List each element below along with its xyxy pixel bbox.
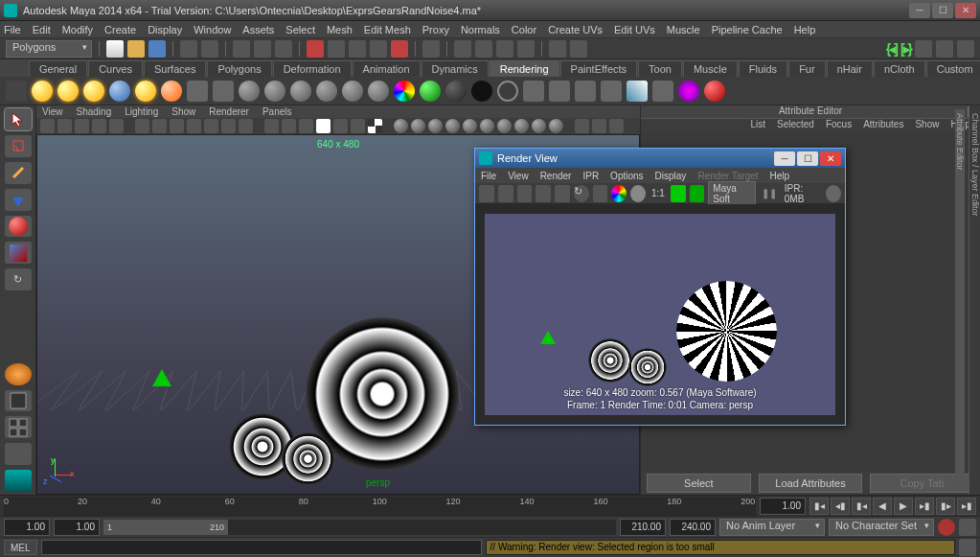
shelf-tab-fluids[interactable]: Fluids	[739, 60, 787, 77]
time-slider[interactable]: 020406080100120140160180200 ▮◂ ◂▮ ▮◂ ◀ ▶…	[0, 495, 980, 516]
vp-iso-select-icon[interactable]	[394, 119, 408, 133]
select-by-component-icon[interactable]	[275, 40, 292, 58]
menu-window[interactable]: Window	[194, 24, 231, 35]
vp-ssao-icon[interactable]	[411, 119, 425, 133]
command-input-field[interactable]	[41, 540, 482, 555]
shelf-tab-polygons[interactable]: Polygons	[207, 60, 271, 77]
render-diagnostics-icon[interactable]	[704, 81, 725, 102]
select-by-hierarchy-icon[interactable]	[233, 40, 250, 58]
menu-select[interactable]: Select	[285, 24, 315, 35]
ae-menu-attributes[interactable]: Attributes	[863, 119, 903, 132]
shelf-tab-rendering[interactable]: Rendering	[490, 60, 559, 77]
vp-hardware-tex-icon[interactable]	[351, 119, 365, 133]
vp-grease-pencil-icon[interactable]	[109, 119, 124, 133]
ae-menu-focus[interactable]: Focus	[826, 119, 852, 132]
four-pane-layout-icon[interactable]	[5, 390, 32, 412]
render-settings-icon[interactable]	[496, 40, 513, 58]
playback-start-field[interactable]	[54, 519, 100, 536]
light-spot-icon[interactable]	[135, 81, 156, 102]
vp-gate-mask-icon[interactable]	[187, 119, 201, 133]
shader-lambert-icon[interactable]	[239, 81, 260, 102]
vp-grid-icon[interactable]	[135, 119, 149, 133]
viewport-menu-lighting[interactable]: Lighting	[125, 106, 158, 117]
shelf-tab-animation[interactable]: Animation	[353, 60, 421, 77]
redo-icon[interactable]	[201, 40, 218, 58]
step-forward-key-button[interactable]: ▮▸	[936, 498, 955, 515]
range-slider-handle[interactable]: 1 210	[103, 520, 228, 535]
rv-refresh-icon[interactable]: ↻	[574, 185, 589, 202]
step-back-key-button[interactable]: ◂▮	[831, 498, 850, 515]
shelf-options-icon[interactable]	[6, 81, 27, 102]
scale-tool-icon[interactable]	[5, 242, 32, 264]
window-close-button[interactable]: ✕	[955, 3, 976, 18]
vp-smooth-shade-icon[interactable]	[282, 119, 296, 133]
new-scene-icon[interactable]	[106, 40, 124, 58]
playblast-icon[interactable]	[549, 40, 566, 58]
time-slider-ruler[interactable]: 020406080100120140160180200	[4, 497, 756, 516]
menu-display[interactable]: Display	[148, 24, 182, 35]
render-ipr-icon[interactable]	[549, 81, 570, 102]
vp-isolate-icon[interactable]	[575, 119, 589, 133]
render-view-minimize-button[interactable]: ─	[774, 151, 795, 166]
anim-layer-dropdown[interactable]: No Anim Layer	[719, 519, 825, 536]
render-view-titlebar[interactable]: Render View ─ ☐ ✕	[475, 149, 845, 168]
viewport-menu-panels[interactable]: Panels	[262, 106, 292, 117]
hypershade-icon[interactable]	[517, 40, 535, 58]
rv-snapshot-icon[interactable]	[517, 185, 533, 202]
snap-live-icon[interactable]	[391, 40, 408, 58]
save-scene-icon[interactable]	[148, 40, 166, 58]
step-back-frame-button[interactable]: ▮◂	[852, 498, 871, 515]
light-sun-icon[interactable]	[32, 81, 53, 102]
menu-pipeline-cache[interactable]: Pipeline Cache	[712, 24, 783, 35]
vp-multisample-icon[interactable]	[445, 119, 460, 133]
collapse-left-icon[interactable]: {◂]	[886, 41, 897, 57]
two-pane-side-layout-icon[interactable]	[5, 416, 32, 438]
vp-field-chart-icon[interactable]	[204, 119, 218, 133]
rv-pause-icon[interactable]: ❚❚	[760, 188, 779, 198]
shader-layered-icon[interactable]	[394, 81, 415, 102]
window-maximize-button[interactable]: ☐	[932, 3, 953, 18]
snap-grid-icon[interactable]	[307, 40, 324, 58]
ipr-render-icon[interactable]	[475, 40, 492, 58]
vp-xray-icon[interactable]	[368, 119, 382, 133]
range-end-field[interactable]	[670, 519, 716, 536]
shader-light-info-icon[interactable]	[497, 81, 518, 102]
render-view-close-button[interactable]: ✕	[820, 151, 841, 166]
shelf-tab-curves[interactable]: Curves	[88, 60, 143, 77]
ae-menu-list[interactable]: List	[750, 119, 765, 132]
menu-file[interactable]: File	[4, 24, 21, 35]
shader-surface-icon[interactable]	[420, 81, 441, 102]
render-globals-icon[interactable]	[601, 81, 622, 102]
shader-ramp-icon[interactable]	[368, 81, 389, 102]
render-batch-icon[interactable]	[575, 81, 596, 102]
rotate-tool-icon[interactable]	[5, 216, 32, 238]
vp-2d-pan-icon[interactable]	[92, 119, 106, 133]
open-scene-icon[interactable]	[127, 40, 145, 58]
vp-exposure-icon[interactable]	[532, 119, 546, 133]
play-backward-button[interactable]: ◀	[873, 498, 892, 515]
step-forward-frame-button[interactable]: ▸▮	[915, 498, 934, 515]
rv-ipr-icon[interactable]	[555, 185, 570, 202]
rv-options-icon[interactable]	[593, 185, 608, 202]
rv-keep-image-icon[interactable]	[690, 185, 705, 202]
move-manipulator[interactable]	[152, 369, 171, 386]
shader-phong-icon[interactable]	[290, 81, 311, 102]
last-tool-icon[interactable]: ↻	[5, 268, 32, 290]
shader-blinn-icon[interactable]	[264, 81, 285, 102]
range-start-field[interactable]	[4, 519, 50, 536]
character-set-dropdown[interactable]: No Character Set	[829, 519, 934, 536]
shelf-tab-muscle[interactable]: Muscle	[683, 60, 738, 77]
graph-editor-icon[interactable]	[570, 40, 587, 58]
mental-ray-icon[interactable]	[678, 81, 699, 102]
light-point-icon[interactable]	[83, 81, 104, 102]
rv-menu-file[interactable]: File	[481, 171, 496, 181]
snap-curve-icon[interactable]	[328, 40, 345, 58]
shelf-tab-nhair[interactable]: nHair	[827, 60, 873, 77]
shelf-tab-fur[interactable]: Fur	[788, 60, 826, 77]
toggle-attribute-editor-icon[interactable]	[915, 40, 932, 58]
vp-select-camera-icon[interactable]	[40, 119, 55, 133]
outliner-layout-icon[interactable]	[5, 470, 32, 492]
shelf-tab-painteffects[interactable]: PaintEffects	[560, 60, 638, 77]
rv-menu-help[interactable]: Help	[770, 171, 790, 181]
menu-normals[interactable]: Normals	[461, 24, 500, 35]
